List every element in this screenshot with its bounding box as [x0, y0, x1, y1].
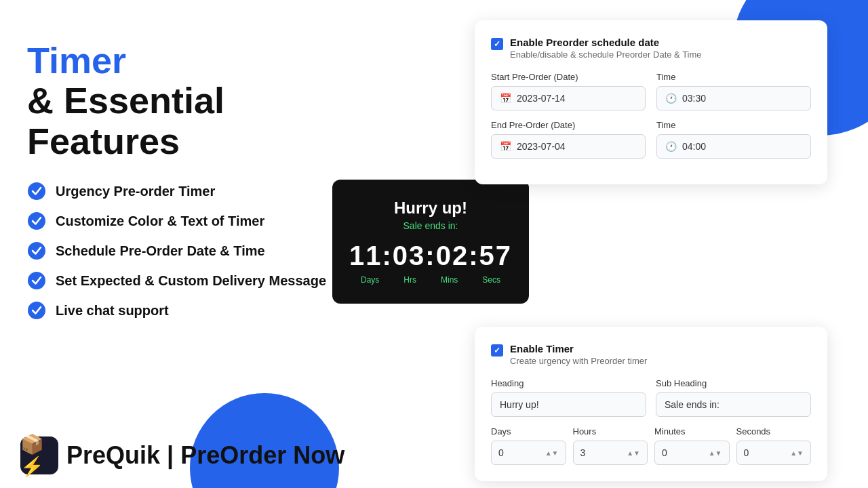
- end-time-input[interactable]: 🕐 04:00: [656, 134, 811, 159]
- title-essential-line2: Features: [27, 121, 339, 161]
- check-icon-2: [27, 211, 46, 230]
- end-time-value: 04:00: [682, 141, 706, 152]
- timer-minutes-input[interactable]: 0 ▲▼: [654, 441, 730, 465]
- feature-item-5: Live chat support: [27, 301, 339, 320]
- timer-seconds-group: Seconds 0 ▲▼: [736, 426, 812, 465]
- feature-text-4: Set Expected & Custom Delivery Message: [56, 273, 326, 289]
- feature-text-5: Live chat support: [56, 303, 169, 319]
- schedule-card-header: Enable Preorder schedule date Enable/dis…: [491, 37, 811, 60]
- timer-widget-heading: Hurry up!: [349, 199, 513, 218]
- end-date-group: End Pre-Order (Date) 📅 2023-07-04: [491, 120, 646, 159]
- schedule-card: Enable Preorder schedule date Enable/dis…: [475, 20, 827, 184]
- timer-hours-label: Hours: [573, 426, 648, 436]
- timer-widget: Hurry up! Sale ends in: 11:03:02:57 Days…: [332, 180, 529, 304]
- timer-minutes-label: Minutes: [654, 426, 730, 436]
- svg-point-4: [28, 302, 45, 319]
- timer-heading-row: Heading Hurry up! Sub Heading Sale ends …: [491, 378, 811, 417]
- svg-point-3: [28, 272, 45, 289]
- svg-point-1: [28, 212, 45, 230]
- timer-label-hrs: Hrs: [403, 275, 416, 285]
- features-list: Urgency Pre-order Timer Customize Color …: [27, 182, 339, 320]
- timer-hours-input[interactable]: 3 ▲▼: [573, 441, 648, 465]
- title-block: Timer & Essential Features: [27, 41, 339, 161]
- end-date-input[interactable]: 📅 2023-07-04: [491, 134, 646, 159]
- timer-subheading-label: Sub Heading: [656, 378, 811, 388]
- seconds-spinner[interactable]: ▲▼: [790, 449, 804, 457]
- timer-hours-value: 3: [580, 447, 586, 458]
- timer-minutes-value: 0: [662, 447, 667, 458]
- timer-config-card: Enable Timer Create urgency with Preorde…: [475, 327, 827, 481]
- timer-hours-group: Hours 3 ▲▼: [573, 426, 648, 465]
- calendar-icon-end: 📅: [500, 141, 511, 152]
- timer-heading-group: Heading Hurry up!: [491, 378, 646, 417]
- timer-label-secs: Secs: [482, 275, 500, 285]
- timer-seconds-input[interactable]: 0 ▲▼: [736, 441, 812, 465]
- start-time-label: Time: [656, 72, 811, 82]
- feature-item-3: Schedule Pre-Order Date & Time: [27, 241, 339, 260]
- schedule-end-row: End Pre-Order (Date) 📅 2023-07-04 Time 🕐…: [491, 120, 811, 159]
- timer-card-title: Enable Timer: [510, 343, 647, 354]
- clock-icon-end: 🕐: [665, 141, 677, 152]
- end-time-label: Time: [656, 120, 811, 130]
- logo-text: PreQuik | PreOrder Now: [66, 441, 344, 470]
- feature-item-4: Set Expected & Custom Delivery Message: [27, 271, 339, 290]
- feature-item-2: Customize Color & Text of Timer: [27, 211, 339, 230]
- days-spinner[interactable]: ▲▼: [545, 449, 559, 457]
- end-date-label: End Pre-Order (Date): [491, 120, 646, 130]
- timer-card-header-text: Enable Timer Create urgency with Preorde…: [510, 343, 647, 366]
- enable-preorder-checkbox[interactable]: [491, 38, 503, 50]
- check-icon-5: [27, 301, 46, 320]
- timer-days-label: Days: [491, 426, 566, 436]
- end-time-group: Time 🕐 04:00: [656, 120, 811, 159]
- feature-text-3: Schedule Pre-Order Date & Time: [56, 243, 265, 259]
- timer-heading-value: Hurry up!: [500, 399, 539, 410]
- svg-point-0: [28, 182, 45, 200]
- enable-timer-checkbox[interactable]: [491, 344, 503, 357]
- logo-icon: 📦⚡: [20, 436, 58, 474]
- schedule-start-row: Start Pre-Order (Date) 📅 2023-07-14 Time…: [491, 72, 811, 110]
- hours-spinner[interactable]: ▲▼: [627, 449, 640, 457]
- title-timer: Timer: [27, 41, 339, 81]
- timer-display: 11:03:02:57: [349, 241, 513, 271]
- clock-icon-start: 🕐: [665, 93, 677, 104]
- start-date-value: 2023-07-14: [517, 93, 566, 104]
- svg-point-2: [28, 242, 45, 260]
- timer-seconds-label: Seconds: [736, 426, 812, 436]
- schedule-card-title: Enable Preorder schedule date: [510, 37, 702, 48]
- timer-card-header: Enable Timer Create urgency with Preorde…: [491, 343, 811, 366]
- timer-time-row: Days 0 ▲▼ Hours 3 ▲▼ Minutes 0 ▲▼ Second…: [491, 426, 811, 465]
- end-date-value: 2023-07-04: [517, 141, 566, 152]
- timer-days-group: Days 0 ▲▼: [491, 426, 566, 465]
- feature-item-1: Urgency Pre-order Timer: [27, 182, 339, 201]
- start-date-label: Start Pre-Order (Date): [491, 72, 646, 82]
- feature-text-2: Customize Color & Text of Timer: [56, 214, 264, 229]
- start-date-group: Start Pre-Order (Date) 📅 2023-07-14: [491, 72, 646, 110]
- title-essential-line1: & Essential: [27, 81, 339, 121]
- timer-minutes-group: Minutes 0 ▲▼: [654, 426, 730, 465]
- check-icon-3: [27, 241, 46, 260]
- left-panel: Timer & Essential Features Urgency Pre-o…: [27, 41, 339, 320]
- timer-heading-label: Heading: [491, 378, 646, 388]
- start-date-input[interactable]: 📅 2023-07-14: [491, 86, 646, 110]
- minutes-spinner[interactable]: ▲▼: [709, 449, 722, 457]
- timer-widget-subheading: Sale ends in:: [349, 220, 513, 231]
- timer-subheading-value: Sale ends in:: [665, 399, 719, 410]
- timer-label-days: Days: [361, 275, 379, 285]
- start-time-value: 03:30: [682, 93, 706, 104]
- timer-subheading-group: Sub Heading Sale ends in:: [656, 378, 811, 417]
- start-time-input[interactable]: 🕐 03:30: [656, 86, 811, 110]
- feature-text-1: Urgency Pre-order Timer: [56, 184, 215, 199]
- schedule-card-header-text: Enable Preorder schedule date Enable/dis…: [510, 37, 702, 60]
- schedule-card-subtitle: Enable/disable & schedule Preorder Date …: [510, 49, 702, 60]
- timer-subheading-input[interactable]: Sale ends in:: [656, 392, 811, 417]
- timer-card-subtitle: Create urgency with Preorder timer: [510, 356, 647, 366]
- timer-seconds-value: 0: [744, 447, 749, 458]
- timer-label-mins: Mins: [441, 275, 458, 285]
- timer-labels: Days Hrs Mins Secs: [349, 275, 513, 285]
- timer-heading-input[interactable]: Hurry up!: [491, 392, 646, 417]
- timer-days-value: 0: [498, 447, 504, 458]
- footer-logo: 📦⚡ PreQuik | PreOrder Now: [20, 436, 344, 474]
- calendar-icon: 📅: [500, 93, 511, 104]
- timer-days-input[interactable]: 0 ▲▼: [491, 441, 566, 465]
- check-icon-1: [27, 182, 46, 201]
